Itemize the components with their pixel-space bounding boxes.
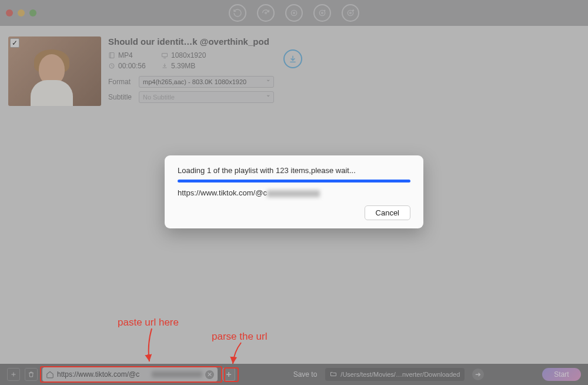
convert-download-icon[interactable]: [342, 4, 359, 22]
maximize-window-icon[interactable]: [29, 9, 36, 16]
start-button[interactable]: Start: [542, 368, 581, 381]
url-input-wrap: ✕: [42, 367, 218, 381]
save-to-label: Save to: [293, 370, 318, 379]
add-button[interactable]: [7, 368, 20, 381]
file-icon: [108, 52, 115, 59]
annotation-paste: paste url here: [118, 317, 179, 328]
cancel-button[interactable]: Cancel: [365, 205, 410, 220]
annotation-arrow: [228, 341, 246, 367]
window-controls: [6, 9, 36, 16]
redacted-text: [267, 190, 320, 197]
convert-icon[interactable]: [285, 4, 303, 22]
svg-point-1: [291, 10, 296, 15]
subtitle-select[interactable]: No Subtitle: [139, 91, 274, 103]
video-format: MP4: [108, 51, 161, 59]
convert-add-icon[interactable]: [313, 4, 331, 22]
video-size: 5.39MB: [161, 62, 232, 70]
redacted-text: [152, 371, 202, 377]
screen-icon: [161, 52, 168, 59]
close-window-icon[interactable]: [6, 9, 13, 16]
format-select[interactable]: mp4(h265,aac) - 803.0K 1080x1920: [139, 76, 274, 88]
dialog-url: https://www.tiktok.com/@c: [178, 188, 410, 197]
delete-button[interactable]: [25, 368, 38, 381]
svg-rect-8: [162, 54, 168, 57]
video-resolution: 1080x1920: [161, 51, 232, 59]
svg-point-4: [322, 12, 323, 14]
svg-point-3: [319, 10, 325, 15]
subtitle-label: Subtitle: [108, 93, 134, 101]
annotation-arrow: [141, 327, 165, 366]
annotation-parse: parse the url: [212, 331, 268, 343]
minimize-window-icon[interactable]: [18, 9, 25, 16]
svg-rect-7: [109, 53, 114, 58]
format-label: Format: [108, 78, 134, 86]
home-icon[interactable]: [46, 370, 54, 379]
video-title: Should our identit…k @overthink_pod: [108, 36, 274, 47]
progress-bar-fill: [178, 180, 410, 182]
video-duration: 00:00:56: [108, 62, 161, 70]
dialog-message: Loading 1 of the playlist with 123 items…: [178, 166, 410, 175]
folder-icon: [330, 370, 337, 379]
svg-point-2: [293, 12, 295, 14]
progress-bar-track: [178, 180, 410, 182]
download-size-icon: [161, 62, 168, 69]
main-toolbar: [229, 4, 359, 22]
svg-point-5: [348, 10, 353, 15]
save-path-box[interactable]: /Users/test/Movies/…nverter/Downloaded: [325, 368, 465, 381]
titlebar: [0, 0, 588, 26]
video-thumbnail[interactable]: ✓: [8, 36, 101, 106]
video-info: Should our identit…k @overthink_pod MP4 …: [108, 36, 274, 107]
bottom-bar: ✕ Save to /Users/test/Movies/…nverter/Do…: [0, 364, 588, 385]
svg-point-6: [350, 12, 352, 14]
video-card: ✓ Should our identit…k @overthink_pod MP…: [8, 36, 274, 107]
download-button[interactable]: [283, 49, 302, 68]
parse-url-button[interactable]: [222, 368, 235, 381]
sync-settings-icon[interactable]: [257, 4, 275, 22]
loading-dialog: Loading 1 of the playlist with 123 items…: [165, 155, 423, 228]
clear-input-icon[interactable]: ✕: [205, 370, 214, 379]
clock-icon: [108, 62, 115, 69]
svg-point-0: [265, 12, 267, 14]
open-folder-button[interactable]: ➜: [472, 369, 484, 380]
refresh-icon[interactable]: [229, 4, 246, 22]
thumbnail-checkbox[interactable]: ✓: [10, 38, 19, 48]
